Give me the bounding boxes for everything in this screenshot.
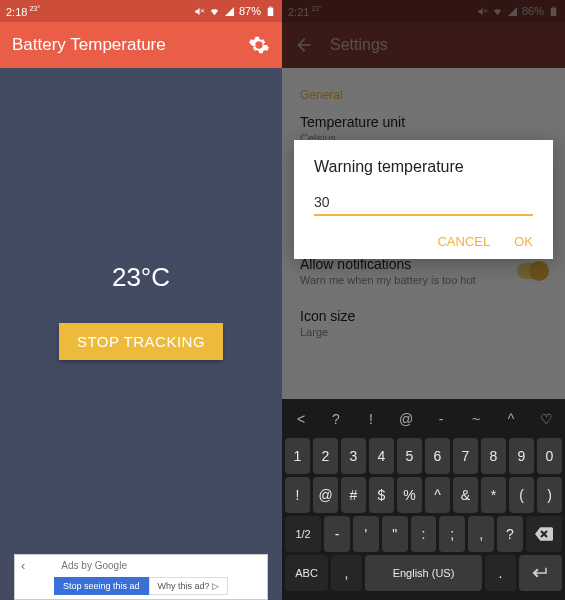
settings-gear-icon[interactable] — [248, 34, 270, 56]
key[interactable]: ? — [320, 403, 352, 435]
key[interactable]: $ — [369, 477, 394, 513]
key[interactable]: ? — [497, 516, 523, 552]
keyboard-row-4: ABC , English (US) . — [285, 555, 562, 591]
key[interactable]: ^ — [425, 477, 450, 513]
ad-back-icon[interactable]: ‹ — [21, 558, 25, 573]
key-comma[interactable]: , — [331, 555, 362, 591]
key[interactable]: ~ — [460, 403, 492, 435]
key-0[interactable]: 0 — [537, 438, 562, 474]
status-icons: 87% — [194, 5, 276, 17]
keyboard-row-1: 1 2 3 4 5 6 7 8 9 0 — [285, 438, 562, 474]
status-bar: 2:1823° 87% — [0, 0, 282, 22]
key[interactable]: - — [425, 403, 457, 435]
key[interactable]: ' — [353, 516, 379, 552]
key[interactable]: % — [397, 477, 422, 513]
key-9[interactable]: 9 — [509, 438, 534, 474]
key[interactable]: # — [341, 477, 366, 513]
key[interactable]: ) — [537, 477, 562, 513]
status-temp-small: 23° — [29, 5, 40, 12]
key-2[interactable]: 2 — [313, 438, 338, 474]
key[interactable]: - — [324, 516, 350, 552]
svg-rect-3 — [270, 6, 272, 7]
key-page[interactable]: 1/2 — [285, 516, 321, 552]
key-6[interactable]: 6 — [425, 438, 450, 474]
key-4[interactable]: 4 — [369, 438, 394, 474]
temperature-display: 23°C — [112, 262, 170, 293]
warning-temp-input[interactable] — [314, 190, 533, 216]
mute-icon — [194, 6, 205, 17]
key[interactable]: ! — [285, 477, 310, 513]
wifi-icon — [209, 6, 220, 17]
ad-banner[interactable]: ‹ Ads by Google Stop seeing this ad Why … — [14, 554, 268, 600]
key-3[interactable]: 3 — [341, 438, 366, 474]
battery-icon — [265, 6, 276, 17]
key[interactable]: @ — [313, 477, 338, 513]
key[interactable]: : — [411, 516, 437, 552]
app-title: Battery Temperature — [12, 35, 166, 55]
key[interactable]: ( — [509, 477, 534, 513]
main-content: 23°C STOP TRACKING — [0, 68, 282, 554]
key-8[interactable]: 8 — [481, 438, 506, 474]
keyboard-row-3: 1/2 - ' " : ; , ? — [285, 516, 562, 552]
key[interactable]: ^ — [495, 403, 527, 435]
key[interactable]: < — [285, 403, 317, 435]
key-7[interactable]: 7 — [453, 438, 478, 474]
settings-screen: 2:2123° 86% Settings General Temperature… — [282, 0, 565, 600]
stop-tracking-button[interactable]: STOP TRACKING — [59, 323, 223, 360]
ad-stop-button[interactable]: Stop seeing this ad — [54, 577, 149, 595]
dialog-title: Warning temperature — [314, 158, 533, 176]
key[interactable]: @ — [390, 403, 422, 435]
keyboard-row-2: ! @ # $ % ^ & * ( ) — [285, 477, 562, 513]
key[interactable]: ; — [439, 516, 465, 552]
key-backspace[interactable] — [526, 516, 562, 552]
key[interactable]: & — [453, 477, 478, 513]
ok-button[interactable]: OK — [514, 234, 533, 249]
key[interactable]: ! — [355, 403, 387, 435]
keyboard-suggestion-row: < ? ! @ - ~ ^ ♡ — [285, 403, 562, 435]
ad-why-button[interactable]: Why this ad? ▷ — [149, 577, 229, 595]
status-time: 2:18 — [6, 5, 27, 17]
svg-rect-2 — [268, 7, 274, 16]
keyboard[interactable]: < ? ! @ - ~ ^ ♡ 1 2 3 4 5 6 7 8 9 0 — [282, 399, 565, 600]
key[interactable]: , — [468, 516, 494, 552]
battery-pct: 87% — [239, 5, 261, 17]
warning-temp-dialog: Warning temperature CANCEL OK — [294, 140, 553, 259]
key-1[interactable]: 1 — [285, 438, 310, 474]
key-enter[interactable] — [519, 555, 562, 591]
key-5[interactable]: 5 — [397, 438, 422, 474]
key[interactable]: * — [481, 477, 506, 513]
ad-header: Ads by Google — [61, 560, 127, 571]
key-dot[interactable]: . — [485, 555, 516, 591]
enter-icon — [531, 566, 549, 580]
backspace-icon — [535, 527, 553, 541]
signal-icon — [224, 6, 235, 17]
key[interactable]: ♡ — [530, 403, 562, 435]
app-bar: Battery Temperature — [0, 22, 282, 68]
key[interactable]: " — [382, 516, 408, 552]
key-space[interactable]: English (US) — [365, 555, 482, 591]
main-screen: 2:1823° 87% Battery Temperature 23°C STO… — [0, 0, 282, 600]
key-abc[interactable]: ABC — [285, 555, 328, 591]
cancel-button[interactable]: CANCEL — [437, 234, 490, 249]
